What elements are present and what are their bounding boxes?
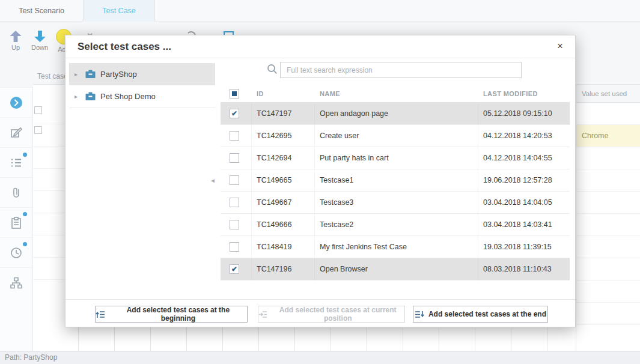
cell-name: My first Jenkins Test Case — [315, 236, 478, 258]
dialog-title: Select test cases ... — [66, 35, 575, 58]
test-case-panel-label: Test case — [37, 72, 68, 80]
search-icon — [266, 63, 278, 77]
project-tree: ▸ PartyShop ▸ Pet Shop Demo — [69, 63, 215, 108]
tree-item-label: PartyShop — [100, 70, 137, 79]
panel-collapse-handle[interactable]: ◄ — [210, 177, 216, 184]
table-row[interactable]: TC142694 Put party hats in cart 04.12.20… — [221, 147, 570, 169]
button-label: Add selected test cases at the end — [428, 310, 546, 318]
status-path: Path: PartyShop — [5, 353, 57, 362]
cell-name: Testcase3 — [315, 192, 478, 213]
notification-dot — [23, 242, 27, 246]
up-button-label: Up — [5, 44, 26, 51]
move-down-button[interactable]: Down — [29, 31, 50, 51]
cell-name: Testcase1 — [315, 169, 478, 191]
table-row[interactable]: TC147196 Open Browser 08.03.2018 11:10:4… — [221, 258, 570, 281]
navigate-button[interactable] — [0, 87, 32, 117]
down-arrow-icon — [34, 31, 46, 42]
expander-icon[interactable]: ▸ — [75, 93, 83, 100]
edit-button[interactable] — [0, 117, 32, 147]
clipboard-icon — [10, 216, 23, 229]
cell-modified: 03.04.2018 14:03:41 — [478, 220, 570, 229]
row-checkbox[interactable] — [230, 220, 239, 229]
attachments-button[interactable] — [0, 177, 32, 207]
cell-modified: 19.03.2018 11:39:15 — [478, 243, 570, 251]
row-checkbox[interactable] — [230, 175, 239, 185]
paperclip-icon — [10, 186, 23, 199]
tab-test-scenario[interactable]: Test Scenario — [0, 0, 84, 22]
empty-cells — [576, 147, 640, 325]
checklist-button[interactable] — [0, 207, 32, 237]
table-row[interactable]: TC147197 Open andagon page 05.12.2018 09… — [221, 103, 570, 125]
cell-id: TC149665 — [252, 169, 315, 191]
folder-icon — [85, 70, 96, 79]
select-all-checkbox[interactable] — [230, 89, 239, 99]
up-arrow-icon — [10, 31, 22, 42]
tab-bar: Test Scenario Test Case — [0, 0, 640, 22]
add-at-current-position-button[interactable]: Add selected test cases at current posit… — [258, 306, 405, 323]
tree-item-pet-shop-demo[interactable]: ▸ Pet Shop Demo — [69, 85, 215, 108]
testcase-table-body: TC147197 Open andagon page 05.12.2018 09… — [221, 103, 570, 281]
test-case-table: ID NAME LAST MODIFIED TC147197 Open anda… — [221, 85, 570, 281]
cell-name: Put party hats in cart — [315, 147, 478, 169]
button-label: Add selected test cases at the beginning — [109, 306, 247, 323]
list-icon — [10, 156, 23, 169]
application-window: Test Scenario Test Case Up Down Add × Te… — [0, 0, 640, 364]
test-steps-button[interactable] — [0, 147, 32, 177]
history-button[interactable] — [0, 237, 32, 267]
row-checkbox[interactable] — [230, 109, 239, 118]
row-checkbox[interactable] — [230, 131, 239, 141]
tab-test-case[interactable]: Test Case — [84, 0, 155, 22]
down-button-label: Down — [29, 44, 50, 51]
insert-current-icon — [258, 311, 267, 318]
background-row-checkbox[interactable] — [34, 106, 42, 114]
arrow-circle-icon — [9, 96, 23, 110]
notification-dot — [23, 212, 27, 216]
cell-name: Create user — [315, 125, 478, 147]
value-set-column: Value set used Chrome — [576, 84, 640, 351]
table-header-row: ID NAME LAST MODIFIED — [221, 85, 570, 103]
table-row[interactable]: TC149665 Testcase1 19.06.2018 12:57:28 — [221, 169, 570, 192]
row-checkbox[interactable] — [230, 242, 239, 252]
cell-id: TC147197 — [252, 103, 315, 124]
table-row[interactable]: TC149667 Testcase3 03.04.2018 14:04:05 — [221, 192, 570, 214]
notification-dot — [23, 153, 27, 157]
expander-icon[interactable]: ▸ — [75, 71, 83, 77]
tree-item-label: Pet Shop Demo — [100, 92, 156, 101]
cell-modified: 08.03.2018 11:10:43 — [478, 265, 570, 273]
value-set-cell-chrome[interactable]: Chrome — [576, 125, 640, 147]
cell-id: TC149667 — [252, 192, 315, 213]
insert-beginning-icon — [96, 311, 105, 318]
move-up-button[interactable]: Up — [5, 31, 26, 51]
background-row-checkbox[interactable] — [34, 126, 42, 134]
background-grid-lines — [78, 327, 577, 351]
row-checkbox[interactable] — [230, 198, 239, 207]
search-input[interactable] — [280, 62, 522, 78]
sitemap-icon — [10, 276, 23, 290]
tree-item-partyshop[interactable]: ▸ PartyShop — [69, 63, 215, 85]
cell-modified: 19.06.2018 12:57:28 — [478, 176, 570, 184]
value-set-column-header: Value set used — [576, 85, 640, 103]
dialog-title-bar: Select test cases ... × — [66, 35, 575, 58]
history-clock-icon — [10, 246, 23, 259]
table-row[interactable]: TC142695 Create user 04.12.2018 14:20:53 — [221, 125, 570, 147]
cell-id: TC147196 — [252, 258, 315, 280]
header-name[interactable]: NAME — [315, 90, 478, 97]
add-at-end-button[interactable]: Add selected test cases at the end — [413, 306, 548, 323]
cell-id: TC142694 — [252, 147, 315, 169]
button-label: Add selected test cases at current posit… — [271, 306, 404, 323]
table-row[interactable]: TC148419 My first Jenkins Test Case 19.0… — [221, 236, 570, 258]
cell-modified: 04.12.2018 14:20:53 — [478, 132, 570, 140]
cell-name: Open Browser — [315, 258, 478, 280]
header-last-modified[interactable]: LAST MODIFIED — [478, 90, 570, 97]
close-icon[interactable]: × — [551, 35, 569, 58]
status-bar: Path: PartyShop — [0, 351, 640, 364]
header-id[interactable]: ID — [252, 90, 315, 97]
row-checkbox[interactable] — [230, 153, 239, 163]
cell-id: TC142695 — [252, 125, 315, 147]
row-checkbox[interactable] — [230, 264, 239, 274]
cell-id: TC149666 — [252, 214, 315, 235]
hierarchy-button[interactable] — [0, 267, 32, 297]
cell-name: Open andagon page — [315, 103, 478, 124]
table-row[interactable]: TC149666 Testcase2 03.04.2018 14:03:41 — [221, 214, 570, 236]
add-at-beginning-button[interactable]: Add selected test cases at the beginning — [95, 306, 248, 323]
